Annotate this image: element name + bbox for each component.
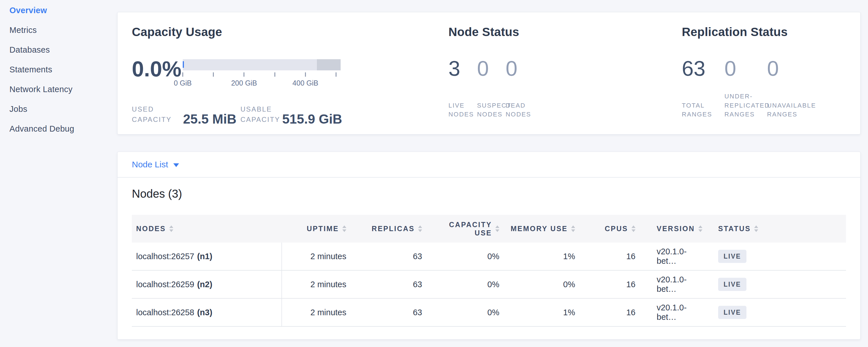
sidebar-item-advanced-debug[interactable]: Advanced Debug xyxy=(9,119,117,139)
capacity-usage-chart-row: 0.0% 0 GiB xyxy=(132,58,448,88)
column-header-uptime[interactable]: UPTIME xyxy=(282,215,346,243)
node-id: (n1) xyxy=(197,252,212,261)
node-list-selector[interactable]: Node List xyxy=(132,160,168,169)
capacity-use-cell: 0% xyxy=(422,271,499,298)
replication-status-panel: Replication Status 63 TOTAL RANGES 0 UND… xyxy=(682,12,860,134)
status-cell: LIVE xyxy=(703,271,846,298)
status-badge: LIVE xyxy=(718,306,746,319)
total-ranges-stat: 63 TOTAL RANGES xyxy=(682,58,724,119)
used-capacity-value: 25.5 MiB xyxy=(183,113,237,126)
column-header-memory-use[interactable]: MEMORY USE xyxy=(499,215,575,243)
capacity-bar-track xyxy=(183,59,341,70)
version-cell: v20.1.0-bet… xyxy=(636,271,703,298)
axis-tick xyxy=(336,72,336,77)
replicas-cell: 63 xyxy=(346,243,422,270)
sort-icon xyxy=(342,225,346,232)
usable-capacity-value: 515.9 GiB xyxy=(282,113,342,126)
sort-icon xyxy=(169,225,173,232)
node-id: (n3) xyxy=(197,308,212,317)
status-cell: LIVE xyxy=(703,298,846,326)
capacity-used-marker xyxy=(183,61,184,68)
cpus-cell: 16 xyxy=(575,271,636,298)
column-header-version[interactable]: VERSION xyxy=(636,215,703,243)
uptime-cell: 2 minutes xyxy=(282,271,346,298)
nodes-table: NODES UPTIME REPLICAS CAPACITY USE xyxy=(132,215,846,327)
column-label: STATUS xyxy=(718,225,751,233)
used-capacity-metric: USED CAPACITY 25.5 MiB xyxy=(132,104,237,125)
replication-status-title: Replication Status xyxy=(682,26,860,38)
column-header-capacity-use[interactable]: CAPACITY USE xyxy=(422,215,499,243)
sidebar-item-network-latency[interactable]: Network Latency xyxy=(9,80,117,99)
replicas-cell: 63 xyxy=(346,298,422,326)
axis-tick-label: 200 GiB xyxy=(231,79,257,87)
unavailable-ranges-value: 0 xyxy=(767,58,810,79)
column-label: VERSION xyxy=(657,225,695,233)
capacity-usage-title: Capacity Usage xyxy=(132,26,448,38)
cpus-cell: 16 xyxy=(575,298,636,326)
usable-capacity-metric: USABLE CAPACITY 515.9 GiB xyxy=(241,104,342,125)
chevron-down-icon[interactable] xyxy=(173,163,179,167)
axis-tick xyxy=(213,72,214,77)
under-replicated-ranges-value: 0 xyxy=(724,58,767,79)
memory-use-cell: 1% xyxy=(499,298,575,326)
view-selector-bar: Node List xyxy=(118,152,860,178)
sort-icon xyxy=(699,225,703,232)
nodes-table-title: Nodes (3) xyxy=(132,188,846,199)
capacity-axis: 0 GiB 200 GiB 400 GiB xyxy=(183,70,341,88)
status-badge: LIVE xyxy=(718,250,746,263)
live-nodes-label: LIVE NODES xyxy=(448,101,477,119)
main-content: Capacity Usage 0.0% xyxy=(117,0,868,347)
version-cell: v20.1.0-bet… xyxy=(636,298,703,326)
node-status-panel: Node Status 3 LIVE NODES 0 SUSPECT NODES… xyxy=(448,12,682,134)
sidebar-item-overview[interactable]: Overview xyxy=(9,1,117,20)
sort-icon xyxy=(754,225,758,232)
dead-nodes-value: 0 xyxy=(506,58,534,79)
memory-use-cell: 1% xyxy=(499,243,575,270)
capacity-metrics: USED CAPACITY 25.5 MiB USABLE CAPACITY 5… xyxy=(132,104,448,125)
axis-tick xyxy=(244,72,245,77)
uptime-cell: 2 minutes xyxy=(282,298,346,326)
column-label: MEMORY USE xyxy=(511,225,568,233)
capacity-reserved-segment xyxy=(317,59,341,70)
capacity-usage-panel: Capacity Usage 0.0% xyxy=(132,12,448,134)
usable-capacity-label: USABLE CAPACITY xyxy=(241,104,282,125)
sidebar: Overview Metrics Databases Statements Ne… xyxy=(0,0,117,347)
node-address: localhost:26257 xyxy=(136,252,194,261)
dead-nodes-label: DEAD NODES xyxy=(506,101,534,119)
axis-tick-label: 400 GiB xyxy=(292,79,318,87)
capacity-used-percent: 0.0% xyxy=(132,58,175,88)
live-nodes-value: 3 xyxy=(448,58,477,79)
nodes-section: Nodes (3) NODES UPTIME REPLICAS xyxy=(118,188,860,327)
node-address: localhost:26259 xyxy=(136,280,194,289)
column-header-nodes[interactable]: NODES xyxy=(132,215,282,243)
nodes-table-header: NODES UPTIME REPLICAS CAPACITY USE xyxy=(132,215,846,243)
column-header-replicas[interactable]: REPLICAS xyxy=(346,215,422,243)
live-nodes-stat: 3 LIVE NODES xyxy=(448,58,477,119)
column-label: UPTIME xyxy=(307,225,339,233)
node-status-title: Node Status xyxy=(448,26,682,38)
column-label: NODES xyxy=(136,225,166,233)
node-status-stats: 3 LIVE NODES 0 SUSPECT NODES 0 DEAD NODE… xyxy=(448,58,682,119)
replicas-cell: 63 xyxy=(346,271,422,298)
axis-tick-label: 0 GiB xyxy=(174,79,192,87)
column-label: CAPACITY USE xyxy=(449,221,492,237)
column-label: CPUS xyxy=(605,225,628,233)
table-row-node-2[interactable]: localhost:26259 (n2) 2 minutes 63 0% 0% … xyxy=(132,271,846,298)
suspect-nodes-label: SUSPECT NODES xyxy=(477,101,506,119)
node-address-cell: localhost:26258 (n3) xyxy=(132,298,282,326)
sidebar-item-metrics[interactable]: Metrics xyxy=(9,20,117,40)
table-row-node-1[interactable]: localhost:26257 (n1) 2 minutes 63 0% 1% … xyxy=(132,243,846,271)
table-row-node-3[interactable]: localhost:26258 (n3) 2 minutes 63 0% 1% … xyxy=(132,298,846,327)
axis-tick xyxy=(305,72,306,77)
status-badge: LIVE xyxy=(718,278,746,291)
column-header-status[interactable]: STATUS xyxy=(703,215,846,243)
capacity-use-cell: 0% xyxy=(422,243,499,270)
sidebar-item-statements[interactable]: Statements xyxy=(9,60,117,80)
unavailable-ranges-label: UNAVAILABLE RANGES xyxy=(767,101,810,119)
sidebar-item-databases[interactable]: Databases xyxy=(9,40,117,60)
total-ranges-value: 63 xyxy=(682,58,724,79)
column-header-cpus[interactable]: CPUS xyxy=(575,215,636,243)
sidebar-item-jobs[interactable]: Jobs xyxy=(9,99,117,119)
node-id: (n2) xyxy=(197,280,212,289)
admin-ui: Overview Metrics Databases Statements Ne… xyxy=(0,0,868,347)
